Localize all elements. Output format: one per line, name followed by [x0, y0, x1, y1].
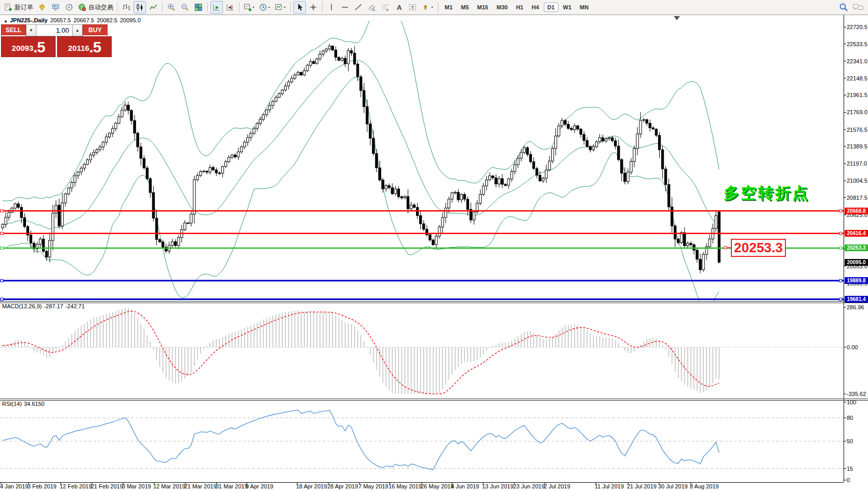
date-tick-label: 31 Mar 2019 — [216, 483, 248, 489]
price-tick-label: 22533.5 — [847, 41, 868, 47]
date-tick-label: 21 Feb 2019 — [91, 483, 123, 489]
one-click-trading-panel: SELL ▼ 1.00 ▲ BUY 20093.5 20116.5 — [1, 24, 112, 57]
price-tag-19681.4: 19681.4 — [845, 296, 868, 303]
macd-tick-label: -335.62 — [847, 391, 868, 397]
price-tick-label: 21961.5 — [847, 92, 868, 98]
date-tick-label: 26 May 2019 — [421, 483, 454, 489]
date-tick-label: 4 Jan 2019 — [0, 483, 28, 489]
sell-price[interactable]: 20093.5 — [1, 36, 56, 57]
buy-price-main: 20116 — [68, 42, 89, 55]
price-box-anchor — [724, 247, 727, 249]
rsi-label: RSI(14) — [2, 401, 22, 407]
macd-tick-label: 0.00 — [847, 344, 868, 350]
price-tick-label: 21197.0 — [847, 160, 868, 167]
price-level-box[interactable]: 20253.3 — [731, 239, 786, 257]
date-tick-label: 12 Mar 2019 — [153, 483, 185, 489]
symbol-period: JPN225-,Daily — [10, 17, 48, 23]
price-tick-label: 22148.5 — [847, 75, 868, 81]
date-tick-label: 2 Jul 2019 — [544, 483, 570, 489]
price-tag-20253.3: 20253.3 — [845, 244, 868, 251]
macd-signal-line — [3, 311, 719, 394]
date-tick-label: 3 Mar 2019 — [122, 483, 151, 489]
date-tick-label: 16 May 2019 — [389, 483, 422, 489]
price-tag-19889.8: 19889.8 — [845, 277, 868, 284]
buy-price-pips: .5 — [89, 40, 101, 55]
macd-main-value: -287.17 — [44, 303, 63, 309]
sell-button[interactable]: SELL — [1, 24, 26, 36]
macd-tick-label: 286.96 — [847, 304, 868, 310]
buy-price[interactable]: 20116.5 — [57, 36, 112, 57]
volume-decrease-button[interactable]: ▼ — [26, 24, 36, 36]
chart-title: ▲JPN225-,Daily20657.520667.520082.520095… — [4, 17, 141, 23]
volume-input[interactable]: 1.00 — [36, 24, 72, 36]
date-tick-label: 11 Jul 2019 — [595, 483, 624, 489]
macd-histogram — [3, 308, 719, 394]
rsi-label-row: RSI(14)34.6150 — [2, 401, 45, 407]
chart-shift-marker[interactable] — [674, 16, 680, 20]
price-tick-label: 22720.5 — [847, 24, 868, 30]
ohlc-open: 20657.5 — [50, 17, 71, 23]
collapse-icon[interactable]: ▲ — [4, 19, 8, 23]
date-tick-label: 21 Jul 2019 — [627, 483, 657, 489]
rsi-value: 34.6150 — [24, 401, 45, 407]
ohlc-high: 20667.5 — [73, 17, 94, 23]
macd-label: MACD(12,26,9) — [2, 303, 42, 309]
date-tick-label: 28 Apr 2019 — [327, 483, 358, 489]
date-tick-label: 4 Jun 2019 — [451, 483, 479, 489]
date-tick-label: 23 Jun 2019 — [513, 483, 545, 489]
rsi-tick-label: 80 — [847, 415, 868, 421]
price-tick-label: 21769.0 — [847, 109, 868, 115]
annotation-text[interactable]: 多空转折点 — [724, 183, 809, 204]
sell-price-main: 20093 — [12, 42, 34, 55]
price-axis[interactable]: 22720.522533.522341.022148.521961.521769… — [845, 0, 868, 491]
price-tick-label: 21576.5 — [847, 127, 868, 133]
current-price-tag: 20095.0 — [845, 259, 868, 266]
price-tick-label: 21389.5 — [847, 143, 868, 149]
date-tick-label: 13 Jun 2019 — [482, 483, 514, 489]
ohlc-low: 20082.5 — [97, 17, 117, 23]
macd-label-row: MACD(12,26,9)-287.17-242.71 — [2, 303, 85, 309]
price-tag-20416.4: 20416.4 — [845, 230, 868, 237]
date-tick-label: 18 Apr 2019 — [296, 483, 327, 489]
rsi-line — [3, 410, 719, 470]
price-tick-label: 22341.0 — [847, 58, 868, 64]
rsi-tick-label: 100 — [847, 399, 868, 405]
date-tick-label: 3 Feb 2019 — [28, 483, 57, 489]
rsi-tick-label: 50 — [847, 438, 868, 444]
candles — [2, 44, 720, 274]
date-tick-label: 9 Apr 2019 — [246, 483, 273, 489]
price-tag-20668.8: 20668.8 — [845, 208, 868, 214]
buy-button[interactable]: BUY — [83, 24, 108, 36]
price-tick-label: 21004.5 — [847, 178, 868, 184]
date-tick-label: 8 Aug 2019 — [690, 483, 719, 489]
sell-price-pips: .5 — [33, 40, 45, 55]
ohlc-close: 20095.0 — [120, 17, 141, 23]
date-axis[interactable]: 4 Jan 20193 Feb 201912 Feb 201921 Feb 20… — [0, 483, 868, 491]
date-tick-label: 7 May 2019 — [358, 483, 388, 489]
date-tick-label: 12 Feb 2019 — [60, 483, 92, 489]
date-tick-label: 21 Mar 2019 — [184, 483, 217, 489]
rsi-tick-label: 15 — [847, 466, 868, 472]
date-tick-label: 30 Jul 2019 — [658, 483, 688, 489]
price-tick-label: 20817.5 — [847, 195, 868, 201]
volume-increase-button[interactable]: ▲ — [72, 24, 83, 36]
macd-signal-value: -242.71 — [65, 303, 85, 309]
